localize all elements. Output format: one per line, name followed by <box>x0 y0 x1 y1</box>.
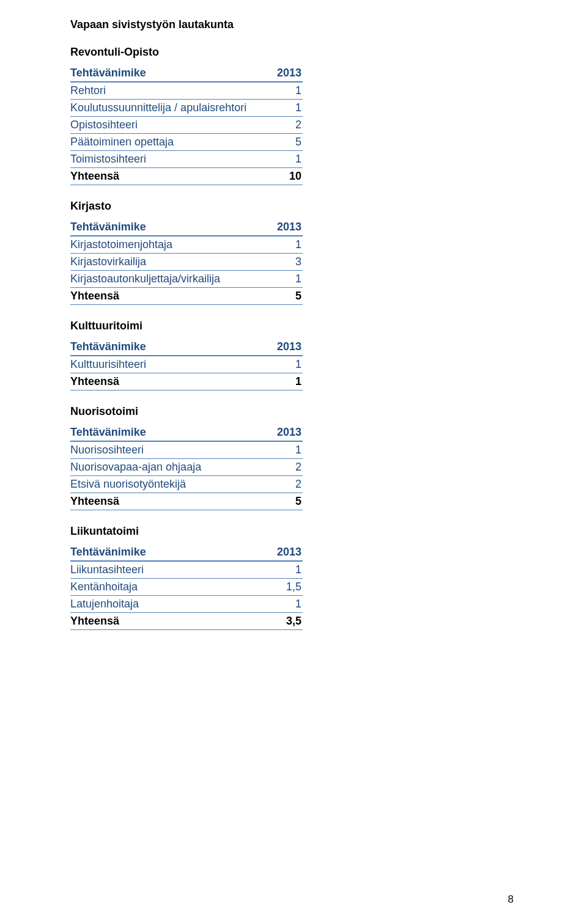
total-label: Yhteensä <box>70 613 266 630</box>
row-label: Toimistosihteeri <box>70 151 266 168</box>
row-value: 1 <box>266 236 303 254</box>
total-label: Yhteensä <box>70 373 266 391</box>
job-table: Tehtävänimike2013Kirjastotoimenjohtaja1K… <box>70 219 303 305</box>
table-row: Kirjastovirkailija3 <box>70 254 303 271</box>
row-label: Nuorisovapaa-ajan ohjaaja <box>70 459 266 476</box>
header-label: Tehtävänimike <box>70 424 266 441</box>
header-label: Tehtävänimike <box>70 65 266 82</box>
table-row: Latujenhoitaja1 <box>70 596 303 613</box>
table-row: Etsivä nuorisotyöntekijä2 <box>70 476 303 493</box>
table-header-row: Tehtävänimike2013 <box>70 424 303 441</box>
table-header-row: Tehtävänimike2013 <box>70 219 303 236</box>
row-value: 1 <box>266 596 303 613</box>
header-year: 2013 <box>266 424 303 441</box>
row-label: Päätoiminen opettaja <box>70 134 266 151</box>
table-row: Koulutussuunnittelija / apulaisrehtori1 <box>70 100 303 117</box>
row-value: 3 <box>266 254 303 271</box>
row-label: Opistosihteeri <box>70 117 266 134</box>
table-header-row: Tehtävänimike2013 <box>70 544 303 561</box>
total-row: Yhteensä1 <box>70 373 303 391</box>
row-value: 2 <box>266 117 303 134</box>
row-value: 1,5 <box>266 579 303 596</box>
row-value: 5 <box>266 134 303 151</box>
total-label: Yhteensä <box>70 493 266 510</box>
page-number: 8 <box>508 893 514 906</box>
row-label: Kirjastovirkailija <box>70 254 266 271</box>
total-value: 1 <box>266 373 303 391</box>
header-year: 2013 <box>266 65 303 82</box>
row-label: Kentänhoitaja <box>70 579 266 596</box>
table-row: Liikuntasihteeri1 <box>70 561 303 579</box>
row-value: 2 <box>266 459 303 476</box>
row-value: 1 <box>266 82 303 100</box>
table-header-row: Tehtävänimike2013 <box>70 339 303 356</box>
total-value: 3,5 <box>266 613 303 630</box>
job-table: Tehtävänimike2013Kulttuurisihteeri1Yhtee… <box>70 339 303 391</box>
table-row: Kirjastoautonkuljettaja/virkailija1 <box>70 271 303 288</box>
table-row: Opistosihteeri2 <box>70 117 303 134</box>
row-label: Liikuntasihteeri <box>70 561 266 579</box>
row-value: 1 <box>266 356 303 373</box>
row-label: Koulutussuunnittelija / apulaisrehtori <box>70 100 266 117</box>
job-table: Tehtävänimike2013Rehtori1Koulutussuunnit… <box>70 65 303 185</box>
section-title: Nuorisotoimi <box>70 405 514 418</box>
total-value: 5 <box>266 493 303 510</box>
header-label: Tehtävänimike <box>70 339 266 356</box>
row-label: Nuorisosihteeri <box>70 441 266 459</box>
section: KirjastoTehtävänimike2013Kirjastotoimenj… <box>70 200 514 305</box>
total-label: Yhteensä <box>70 288 266 305</box>
header-year: 2013 <box>266 544 303 561</box>
table-row: Nuorisovapaa-ajan ohjaaja2 <box>70 459 303 476</box>
row-label: Kirjastoautonkuljettaja/virkailija <box>70 271 266 288</box>
total-row: Yhteensä5 <box>70 288 303 305</box>
section: Revontuli-OpistoTehtävänimike2013Rehtori… <box>70 46 514 185</box>
table-row: Kirjastotoimenjohtaja1 <box>70 236 303 254</box>
total-label: Yhteensä <box>70 168 266 185</box>
section: LiikuntatoimiTehtävänimike2013Liikuntasi… <box>70 525 514 630</box>
table-row: Nuorisosihteeri1 <box>70 441 303 459</box>
section: KulttuuritoimiTehtävänimike2013Kulttuuri… <box>70 320 514 391</box>
row-label: Latujenhoitaja <box>70 596 266 613</box>
total-row: Yhteensä5 <box>70 493 303 510</box>
row-value: 1 <box>266 100 303 117</box>
table-row: Toimistosihteeri1 <box>70 151 303 168</box>
row-value: 2 <box>266 476 303 493</box>
header-year: 2013 <box>266 339 303 356</box>
row-value: 1 <box>266 561 303 579</box>
job-table: Tehtävänimike2013Nuorisosihteeri1Nuoriso… <box>70 424 303 510</box>
row-value: 1 <box>266 151 303 168</box>
row-label: Etsivä nuorisotyöntekijä <box>70 476 266 493</box>
table-row: Kulttuurisihteeri1 <box>70 356 303 373</box>
table-row: Kentänhoitaja1,5 <box>70 579 303 596</box>
header-year: 2013 <box>266 219 303 236</box>
job-table: Tehtävänimike2013Liikuntasihteeri1Kentän… <box>70 544 303 630</box>
row-label: Kirjastotoimenjohtaja <box>70 236 266 254</box>
header-label: Tehtävänimike <box>70 544 266 561</box>
table-header-row: Tehtävänimike2013 <box>70 65 303 82</box>
row-label: Rehtori <box>70 82 266 100</box>
table-row: Rehtori1 <box>70 82 303 100</box>
total-row: Yhteensä3,5 <box>70 613 303 630</box>
total-value: 10 <box>266 168 303 185</box>
row-value: 1 <box>266 271 303 288</box>
row-label: Kulttuurisihteeri <box>70 356 266 373</box>
total-row: Yhteensä10 <box>70 168 303 185</box>
section: NuorisotoimiTehtävänimike2013Nuorisosiht… <box>70 405 514 510</box>
section-title: Liikuntatoimi <box>70 525 514 538</box>
row-value: 1 <box>266 441 303 459</box>
header-label: Tehtävänimike <box>70 219 266 236</box>
section-title: Kirjasto <box>70 200 514 213</box>
section-title: Revontuli-Opisto <box>70 46 514 59</box>
total-value: 5 <box>266 288 303 305</box>
section-title: Kulttuuritoimi <box>70 320 514 332</box>
page-title: Vapaan sivistystyön lautakunta <box>70 18 514 31</box>
table-row: Päätoiminen opettaja5 <box>70 134 303 151</box>
